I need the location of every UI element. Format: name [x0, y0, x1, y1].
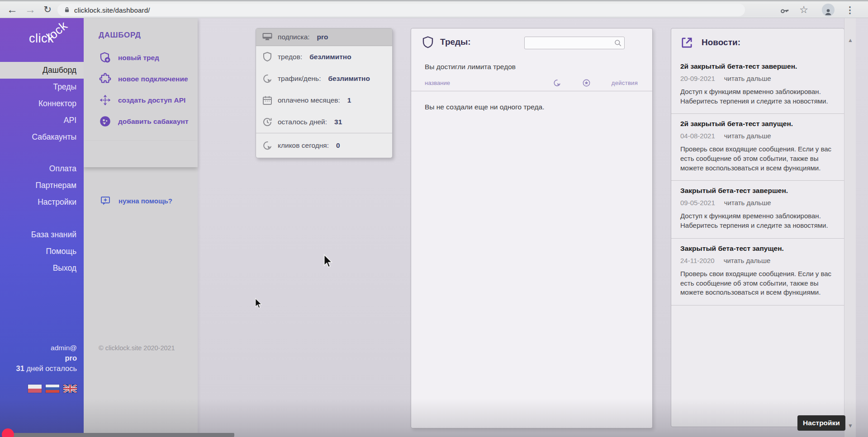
clock-icon — [262, 117, 273, 127]
shield-icon — [262, 52, 273, 62]
move-arrows-icon — [99, 94, 111, 106]
quick-action-label: создать доступ API — [118, 96, 185, 104]
copyright-text: © clicklock.site 2020-2021 — [99, 344, 175, 352]
language-flags — [28, 385, 77, 393]
stat-value: безлимитно — [328, 75, 370, 83]
stat-value: безлимитно — [309, 53, 351, 61]
empty-card — [84, 141, 198, 167]
stat-label: подписка: — [278, 33, 310, 41]
account-days-left: 31 дней осталось — [16, 364, 77, 373]
uk-flag[interactable] — [63, 385, 77, 393]
page-scrollbar[interactable]: ▲ ▼ — [844, 18, 856, 437]
create-api-access-button[interactable]: создать доступ API — [84, 89, 198, 111]
subscription-header: подписка: pro — [256, 28, 392, 46]
sidebar-item-threads[interactable]: Треды — [0, 79, 84, 95]
scroll-down-icon[interactable]: ▼ — [844, 423, 856, 429]
browser-toolbar: ← → ↻ clicklock.site/dashboard/ ☆ ⋮ — [0, 0, 868, 18]
search-input[interactable] — [525, 39, 614, 47]
read-more-link[interactable]: читать дальше — [724, 132, 771, 140]
column-name: название — [425, 80, 553, 86]
stat-row-clicks-today: кликов сегодня: 0 — [256, 133, 392, 158]
threads-title: Треды: — [440, 37, 471, 47]
news-item-body: Проверь свои входящие сообщения. Если у … — [680, 269, 835, 297]
shield-icon — [421, 35, 435, 52]
sidebar-item-logout[interactable]: Выход — [0, 260, 84, 277]
need-help-label: нужна помощь? — [119, 197, 172, 205]
stat-row-days-left: осталось дней: 31 — [256, 111, 392, 133]
news-item-date: 04-08-2021 — [680, 132, 715, 140]
sidebar-item-connector[interactable]: Коннектор — [0, 95, 84, 112]
stat-row-months: оплачено месяцев: 1 — [256, 89, 392, 111]
sidebar-item-knowledge-base[interactable]: База знаний — [0, 226, 84, 243]
monitor-icon — [262, 32, 273, 42]
click-icon — [262, 73, 273, 84]
external-link-icon — [680, 36, 693, 49]
threads-panel: Треды: Вы достигли лимита тредов названи… — [411, 28, 653, 428]
read-more-link[interactable]: читать дальше — [724, 75, 771, 82]
forward-icon[interactable]: → — [24, 1, 37, 18]
refresh-icon[interactable]: ↻ — [41, 1, 54, 18]
browser-menu-icon[interactable]: ⋮ — [842, 1, 858, 18]
mouse-cursor-secondary — [254, 298, 263, 311]
news-footer — [671, 305, 844, 341]
address-bar[interactable]: clicklock.site/dashboard/ — [57, 4, 745, 16]
user-circle-icon — [99, 115, 111, 127]
scroll-up-icon[interactable]: ▲ — [844, 37, 856, 43]
stat-row-traffic: трафик/день: безлимитно — [256, 68, 392, 89]
quick-action-label: новое подключение — [118, 75, 188, 83]
news-item-body: Проверь свои входящие сообщения. Если у … — [680, 145, 835, 173]
mouse-cursor — [323, 254, 334, 270]
russia-flag[interactable] — [46, 385, 59, 393]
url-text: clicklock.site/dashboard/ — [74, 6, 150, 14]
stat-row-threads: тредов: безлимитно — [256, 46, 392, 68]
quick-action-label: добавить сабакаунт — [118, 117, 189, 126]
need-help-link[interactable]: нужна помощь? — [84, 195, 198, 206]
new-thread-button[interactable]: новый тред — [84, 47, 198, 68]
help-bubble-icon — [100, 195, 111, 206]
sidebar-menu: Дашборд Треды Коннектор API Сабакаунты О… — [0, 62, 84, 277]
news-item-title: Закрытый бета-тест запущен. — [680, 244, 835, 253]
key-icon[interactable] — [777, 1, 792, 18]
sidebar-item-subaccounts[interactable]: Сабакаунты — [0, 129, 84, 146]
new-connection-button[interactable]: новое подключение — [84, 68, 198, 89]
news-item-title: 2й закрытый бета-тест завершен. — [680, 62, 835, 70]
read-more-link[interactable]: читать дальше — [724, 257, 771, 264]
news-item-title: Закрытый бета-тест завершен. — [680, 187, 835, 195]
bookmark-star-icon[interactable]: ☆ — [796, 1, 811, 18]
clicklock-logo: clicklock — [29, 32, 76, 46]
news-item: 2й закрытый бета-тест запущен. 04-08-202… — [671, 113, 844, 180]
stat-value: pro — [317, 33, 328, 41]
threads-search[interactable] — [524, 37, 625, 49]
search-icon[interactable] — [614, 39, 625, 47]
news-title: Новости: — [702, 38, 740, 47]
sidebar-item-api[interactable]: API — [0, 112, 84, 129]
sidebar-item-help[interactable]: Помощь — [0, 243, 84, 260]
puzzle-icon — [99, 73, 111, 85]
profile-icon[interactable] — [821, 1, 836, 18]
sidebar-item-settings[interactable]: Настройки — [0, 194, 84, 211]
news-item-title: 2й закрытый бета-тест запущен. — [680, 120, 835, 128]
sidebar-item-partners[interactable]: Партнерам — [0, 177, 84, 194]
quick-action-label: новый тред — [118, 54, 159, 62]
sidebar-item-payment[interactable]: Оплата — [0, 160, 84, 177]
stat-value: 0 — [336, 141, 340, 150]
poland-flag[interactable] — [28, 385, 42, 393]
news-header: Новости: — [671, 28, 844, 56]
shield-plus-icon — [99, 52, 111, 64]
days-number: 31 — [16, 364, 24, 372]
column-title: ДАШБОРД — [84, 31, 198, 40]
quick-actions-column: ДАШБОРД новый тред новое подключение — [84, 18, 198, 437]
back-icon[interactable]: ← — [5, 1, 19, 18]
news-panel: Новости: 2й закрытый бета-тест завершен.… — [671, 28, 844, 427]
news-item-body: Доступ к функциям временно заблокирован.… — [680, 87, 835, 106]
news-item: Закрытый бета-тест запущен. 24-11-2020 ч… — [671, 238, 844, 305]
stat-label: кликов сегодня: — [278, 141, 329, 150]
video-progress-artifact — [12, 433, 234, 437]
stat-value: 1 — [347, 96, 351, 104]
sidebar-item-dashboard[interactable]: Дашборд — [0, 62, 84, 79]
stat-label: тредов: — [278, 53, 302, 61]
read-more-link[interactable]: читать дальше — [724, 199, 771, 207]
subscription-card: подписка: pro тредов: безлимитно трафик/… — [256, 28, 393, 158]
news-item-date: 24-11-2020 — [680, 257, 715, 264]
add-subaccount-button[interactable]: добавить сабакаунт — [84, 111, 198, 132]
